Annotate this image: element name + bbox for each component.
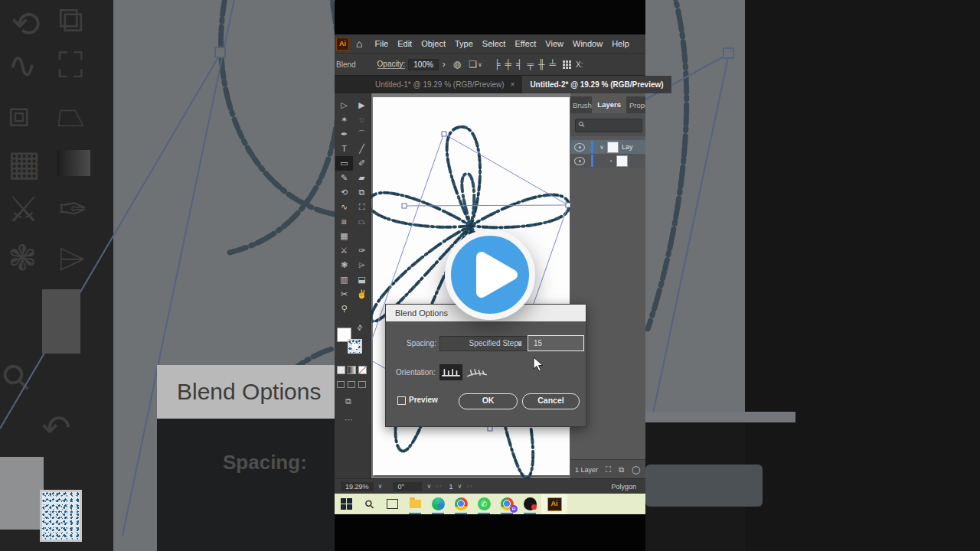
menu-object[interactable]: Object xyxy=(421,39,446,48)
document-setup-icon[interactable]: ◍ xyxy=(453,59,461,70)
hand-tool[interactable]: ✌ xyxy=(353,287,371,302)
chrome-profile-icon[interactable]: H xyxy=(495,494,518,514)
rotate-tool[interactable]: ⟲ xyxy=(335,185,353,200)
align-middle-icon[interactable]: ╫ xyxy=(538,59,545,70)
menu-edit[interactable]: Edit xyxy=(397,39,412,48)
slice-tool[interactable]: ✂ xyxy=(335,287,353,302)
menu-window[interactable]: Window xyxy=(573,39,603,48)
chevron-down-icon[interactable]: ∨ xyxy=(378,483,383,490)
align-right-icon[interactable]: ╡ xyxy=(516,59,523,70)
type-tool[interactable]: T xyxy=(335,142,353,156)
menu-select[interactable]: Select xyxy=(482,39,506,48)
taskbar-search-icon[interactable]: ⚲ xyxy=(358,494,381,514)
align-left-icon[interactable]: ╞ xyxy=(494,59,501,70)
illustrator-taskbar-icon[interactable]: Ai xyxy=(541,494,567,514)
search-input[interactable]: ⚲ xyxy=(575,119,642,132)
delete-layer-icon[interactable]: ◯ xyxy=(632,465,640,474)
shape-builder-tool[interactable]: ⧈ xyxy=(335,214,353,229)
eyedropper-tool[interactable]: ✑ xyxy=(353,243,371,258)
column-graph-tool[interactable]: ▥ xyxy=(335,272,353,287)
knife-tool[interactable]: ⚔ xyxy=(335,243,353,258)
chrome-icon[interactable] xyxy=(449,494,472,514)
layer-thumbnail[interactable] xyxy=(607,142,619,153)
task-view-icon[interactable] xyxy=(381,494,403,514)
menu-help[interactable]: Help xyxy=(612,39,629,48)
illustrator-logo[interactable]: Ai xyxy=(336,37,349,51)
steps-input[interactable]: 15 xyxy=(528,335,584,351)
symbol-sprayer-tool[interactable]: ❃ xyxy=(335,258,353,272)
sublayer-thumbnail[interactable] xyxy=(616,155,628,167)
layer-row-1[interactable]: ∨ Lay xyxy=(570,140,645,154)
cancel-button[interactable]: Cancel xyxy=(522,393,580,409)
media-app-icon[interactable] xyxy=(518,494,541,514)
whatsapp-icon[interactable]: ✆ xyxy=(472,494,495,514)
tab-untitled-2[interactable]: Untitled-2* @ 19.29 % (RGB/Preview) xyxy=(522,76,671,93)
preview-label[interactable]: Preview xyxy=(409,396,438,404)
tab-brushes[interactable]: Brushes xyxy=(573,101,592,109)
pencil-tool[interactable]: ✎ xyxy=(335,171,353,185)
shaper-tool[interactable]: ▭ xyxy=(335,156,353,171)
zoom-level[interactable]: 19.29% xyxy=(341,482,374,491)
visibility-eye-icon[interactable] xyxy=(574,143,585,152)
stroke-swatch[interactable] xyxy=(348,339,362,354)
layer-name[interactable]: Lay xyxy=(622,143,633,151)
home-icon[interactable]: ⌂ xyxy=(356,37,362,50)
curvature-tool[interactable]: ⌒ xyxy=(353,127,371,142)
magic-wand-tool[interactable]: ✶ xyxy=(335,112,353,127)
mesh-tool[interactable]: ▦ xyxy=(335,229,353,243)
line-segment-tool[interactable]: ╱ xyxy=(353,142,371,156)
menu-effect[interactable]: Effect xyxy=(514,39,536,48)
pen-tool[interactable]: ✒ xyxy=(335,127,353,142)
chevron-down-icon[interactable]: ∨ xyxy=(426,483,431,490)
menu-file[interactable]: File xyxy=(374,39,388,48)
next-artboard-icon[interactable]: ›› xyxy=(466,483,473,490)
color-chip[interactable] xyxy=(337,366,345,374)
eraser-tool[interactable]: ▰ xyxy=(353,171,371,185)
chevron-right-icon[interactable]: › xyxy=(607,158,615,165)
selection-tool[interactable]: ▶ xyxy=(353,98,371,112)
locate-object-icon[interactable]: ⛶ xyxy=(606,465,611,474)
spacing-dropdown[interactable]: Specified Steps ∨ xyxy=(439,336,528,351)
align-top-icon[interactable]: ╤ xyxy=(528,59,534,70)
symbol-tool[interactable]: ⌲ xyxy=(353,258,371,272)
scale-tool[interactable]: ⧉ xyxy=(353,185,371,200)
artboard-tool[interactable]: ⬓ xyxy=(353,272,371,287)
chevron-down-icon[interactable]: ∨ xyxy=(458,483,462,490)
width-tool[interactable]: ∿ xyxy=(335,200,353,214)
artboard-number[interactable]: 1 xyxy=(449,483,453,491)
tab-properties[interactable]: Properties xyxy=(629,101,645,109)
screen-mode-icon[interactable]: ⧉ xyxy=(345,396,351,406)
arrange-grid-icon[interactable] xyxy=(563,60,571,69)
ok-button[interactable]: OK xyxy=(459,393,518,409)
perspective-grid-tool[interactable]: ⏢ xyxy=(353,214,371,229)
visibility-eye-icon[interactable] xyxy=(574,157,585,165)
play-button[interactable] xyxy=(445,230,535,320)
draw-behind-icon[interactable] xyxy=(348,381,355,388)
align-to-path-button[interactable] xyxy=(466,364,488,380)
file-explorer-icon[interactable] xyxy=(403,494,426,514)
chevron-right-icon[interactable]: › xyxy=(443,59,446,70)
swap-fill-stroke-icon[interactable]: ⇄ xyxy=(355,323,364,332)
none-chip[interactable] xyxy=(358,366,367,374)
edge-browser-icon[interactable] xyxy=(426,494,449,514)
chevron-down-icon[interactable]: ∨ xyxy=(478,61,482,68)
preview-checkbox[interactable] xyxy=(397,396,406,405)
align-to-page-button[interactable] xyxy=(439,364,462,380)
opacity-value[interactable]: 100% xyxy=(408,59,439,70)
gradient-chip[interactable] xyxy=(348,366,356,374)
artboard-options-icon[interactable]: ❏ xyxy=(469,59,477,70)
new-layer-icon[interactable]: ⧉ xyxy=(619,465,624,474)
lasso-tool[interactable]: ◌ xyxy=(353,112,371,127)
draw-inside-icon[interactable] xyxy=(358,381,366,388)
layer-row-2[interactable]: › xyxy=(570,154,645,168)
menu-view[interactable]: View xyxy=(545,39,564,48)
align-center-icon[interactable]: ╪ xyxy=(505,59,511,70)
tab-untitled-1[interactable]: Untitled-1* @ 19.29 % (RGB/Preview) xyxy=(375,80,505,89)
gradient-tool[interactable] xyxy=(353,229,371,243)
tab-layers[interactable]: Layers xyxy=(592,96,626,113)
edit-toolbar-icon[interactable]: ⋯ xyxy=(345,415,354,425)
free-transform-tool[interactable]: ⛶ xyxy=(353,200,371,214)
zoom-tool[interactable]: ⚲ xyxy=(335,302,353,316)
opacity-label[interactable]: Opacity: xyxy=(377,60,406,69)
draw-normal-icon[interactable] xyxy=(337,381,345,388)
